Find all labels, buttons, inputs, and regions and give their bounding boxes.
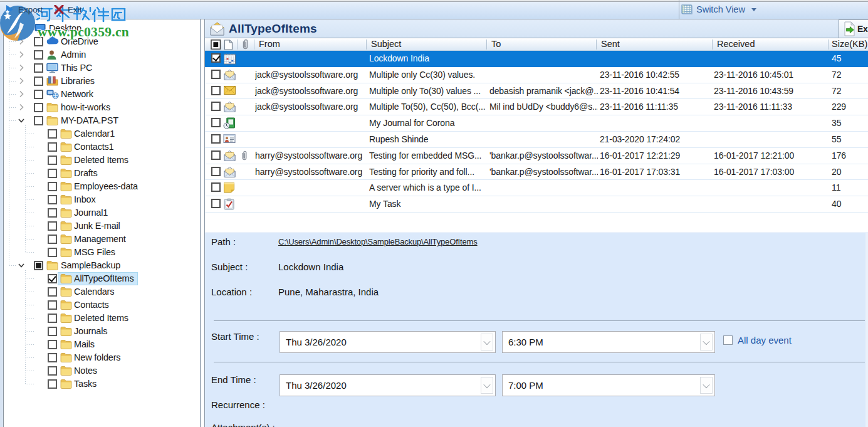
row-checkbox[interactable] <box>211 134 221 144</box>
tree-checkbox[interactable] <box>48 274 57 283</box>
tree-item-label[interactable]: Calendar1 <box>74 129 115 139</box>
row-checkbox[interactable] <box>211 167 221 176</box>
tree-item-how-it-works[interactable]: how-it-works <box>4 101 200 114</box>
tree-checkbox[interactable] <box>48 353 57 362</box>
tree-item-label[interactable]: This PC <box>61 63 92 73</box>
tree-checkbox[interactable] <box>48 300 57 310</box>
chevron-collapsed-icon[interactable] <box>18 103 25 111</box>
dropdown-button[interactable] <box>700 377 713 394</box>
export-menu-item[interactable]: Export <box>0 0 48 19</box>
tree-checkbox[interactable] <box>48 156 57 165</box>
tree-checkbox[interactable] <box>48 221 57 231</box>
tree-item-label[interactable]: Inbox <box>74 194 95 204</box>
tree-item-label[interactable]: Drafts <box>74 168 97 178</box>
tree-item-label[interactable]: Junk E-mail <box>74 221 120 231</box>
tree-item-label[interactable]: Libraries <box>61 76 95 86</box>
exit-menu-item[interactable]: Exit <box>49 0 87 19</box>
tree-item-my-data-pst[interactable]: MY-DATA.PST <box>4 114 200 127</box>
export-button[interactable]: Export <box>839 19 868 38</box>
attachment-column-icon[interactable] <box>241 39 249 50</box>
tree-item-label[interactable]: Mails <box>74 339 95 349</box>
tree-checkbox[interactable] <box>48 169 57 178</box>
tree-item-label[interactable]: Deleted Items <box>74 313 128 323</box>
row-checkbox[interactable] <box>211 70 221 79</box>
tree-item-label[interactable]: MY-DATA.PST <box>61 115 118 125</box>
tree-checkbox[interactable] <box>34 116 43 125</box>
tree-checkbox[interactable] <box>48 182 57 191</box>
tree-checkbox[interactable] <box>48 208 57 218</box>
dropdown-button[interactable] <box>700 334 713 351</box>
tree-checkbox[interactable] <box>34 37 43 46</box>
table-row[interactable]: Lockdown India 45 <box>205 51 868 67</box>
column-header-received[interactable]: Received <box>717 39 755 49</box>
tree-checkbox[interactable] <box>48 129 57 139</box>
allday-checkbox[interactable] <box>723 335 733 345</box>
column-header-size[interactable]: Size(KB) <box>832 39 867 49</box>
chevron-expanded-icon[interactable] <box>18 117 25 124</box>
tree-checkbox[interactable] <box>48 366 57 376</box>
tree-item-label[interactable]: Tasks <box>74 379 97 389</box>
table-row[interactable]: My Task 40 <box>205 196 868 213</box>
tree-checkbox[interactable] <box>48 142 57 152</box>
table-row[interactable]: jack@systoolssoftware.org Multiple only … <box>205 67 868 83</box>
tree-item-label[interactable]: Admin <box>61 50 86 60</box>
end-clock-picker[interactable]: 7:00 PM <box>502 374 715 396</box>
row-checkbox[interactable] <box>211 182 221 192</box>
tree-item-label[interactable]: Calendars <box>74 287 114 297</box>
chevron-collapsed-icon[interactable] <box>18 90 25 98</box>
tree-checkbox[interactable] <box>48 287 57 297</box>
tree-checkbox[interactable] <box>48 379 57 389</box>
tree-item-label[interactable]: New folders <box>74 352 120 362</box>
tree-item-label[interactable]: AllTypeOfItems <box>74 273 134 283</box>
tree-checkbox[interactable] <box>48 314 57 323</box>
tree-item-label[interactable]: Contacts <box>74 300 109 310</box>
chevron-collapsed-icon[interactable] <box>18 64 25 71</box>
tree-item-label[interactable]: OneDrive <box>61 36 98 46</box>
tree-checkbox[interactable] <box>48 248 57 257</box>
switch-view-button[interactable]: Switch View <box>681 0 759 19</box>
dropdown-button[interactable] <box>481 334 493 351</box>
tree-checkbox[interactable] <box>48 340 57 349</box>
tree-item-label[interactable]: Contacts1 <box>74 142 114 152</box>
tree-item-label[interactable]: Journals <box>74 326 107 336</box>
table-row[interactable]: My Journal for Corona 35 <box>205 115 868 132</box>
tree-item-label[interactable]: Desktop <box>49 23 81 33</box>
chevron-expanded-icon[interactable] <box>18 261 25 269</box>
tree-item-admin[interactable]: Admin <box>4 48 200 61</box>
table-row[interactable]: jack@systoolssoftware.org Multiple only … <box>205 83 868 100</box>
tree-item-label[interactable]: how-it-works <box>61 102 110 112</box>
column-header-sent[interactable]: Sent <box>601 39 620 49</box>
tree-checkbox[interactable] <box>34 50 43 60</box>
tree-item-label[interactable]: Network <box>61 89 93 99</box>
dropdown-button[interactable] <box>481 377 493 394</box>
tree-checkbox[interactable] <box>48 195 57 204</box>
tree-checkbox[interactable] <box>48 327 57 336</box>
path-link[interactable]: C:\Users\Admin\Desktop\SampleBackup\AllT… <box>278 237 478 246</box>
tree-item-samplebackup[interactable]: SampleBackup <box>4 259 200 272</box>
item-type-column-icon[interactable] <box>224 40 233 50</box>
tree-item-label[interactable]: Employees-data <box>74 181 138 191</box>
row-checkbox[interactable] <box>211 118 221 127</box>
chevron-collapsed-icon[interactable] <box>18 51 25 58</box>
select-all-icon[interactable] <box>211 40 221 50</box>
tree-item-label[interactable]: SampleBackup <box>61 260 120 270</box>
chevron-collapsed-icon[interactable] <box>18 38 25 45</box>
chevron-collapsed-icon[interactable] <box>18 77 25 85</box>
start-clock-picker[interactable]: 6:30 PM <box>502 331 715 353</box>
tree-item-label[interactable]: Journal1 <box>74 208 108 218</box>
end-date-picker[interactable]: Thu 3/26/2020 <box>280 374 496 396</box>
tree-item-label[interactable]: MSG Files <box>74 247 115 257</box>
tree-checkbox[interactable] <box>34 90 43 99</box>
row-checkbox[interactable] <box>211 53 221 63</box>
row-checkbox[interactable] <box>211 86 221 95</box>
table-row[interactable]: harry@systoolssoftware.org Testing for p… <box>205 164 868 181</box>
column-header-to[interactable]: To <box>491 39 501 49</box>
column-header-subject[interactable]: Subject <box>371 39 401 49</box>
table-row[interactable]: A server which is a type of I... 11 <box>205 180 868 196</box>
row-checkbox[interactable] <box>211 102 221 111</box>
start-date-picker[interactable]: Thu 3/26/2020 <box>280 331 496 353</box>
tree-item-label[interactable]: Deleted Items <box>74 155 128 165</box>
tree-item-libraries[interactable]: Libraries <box>4 75 200 88</box>
table-row[interactable]: harry@systoolssoftware.org Testing for e… <box>205 148 868 164</box>
row-checkbox[interactable] <box>211 150 221 160</box>
